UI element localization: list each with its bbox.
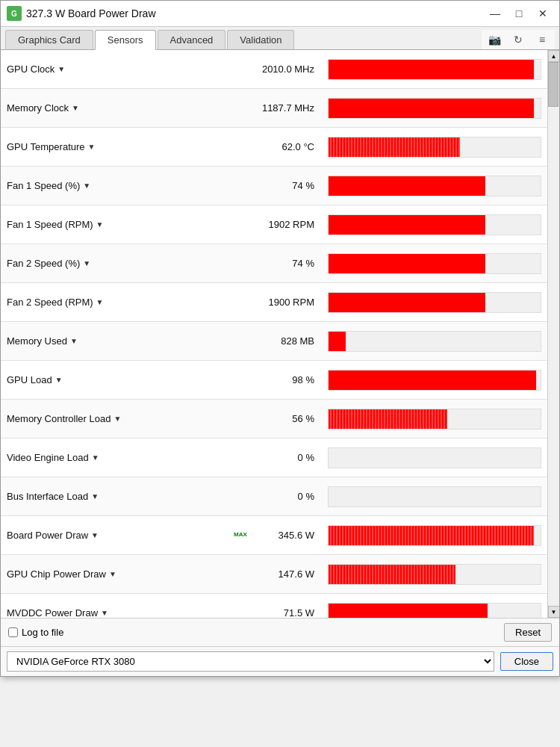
sensor-bar-cell xyxy=(322,132,547,162)
dropdown-arrow-icon[interactable]: ▼ xyxy=(91,492,99,500)
refresh-button[interactable]: ↻ xyxy=(508,31,528,48)
sensor-value: 62.0 °C xyxy=(232,141,322,152)
scroll-down-button[interactable]: ▼ xyxy=(548,606,560,618)
table-row: GPU Temperature ▼ 62.0 °C xyxy=(1,128,547,167)
bar-fill xyxy=(329,371,536,390)
minimize-button[interactable]: — xyxy=(485,5,505,22)
log-to-file-label[interactable]: Log to file xyxy=(8,627,63,638)
dropdown-arrow-icon[interactable]: ▼ xyxy=(96,298,104,306)
window-controls: — □ ✕ xyxy=(485,5,553,22)
bar-background xyxy=(328,176,541,196)
close-button[interactable]: Close xyxy=(500,652,553,671)
window-title: 327.3 W Board Power Draw xyxy=(26,7,485,19)
bar-background xyxy=(328,59,541,80)
sensor-name: GPU Clock xyxy=(7,63,55,75)
menu-button[interactable]: ≡ xyxy=(532,31,552,48)
bar-fill xyxy=(329,293,485,312)
sensor-list-container: GPU Clock ▼ 2010.0 MHz Memory Clock ▼ 11… xyxy=(1,50,559,618)
sensor-value: MAX 345.6 W xyxy=(232,530,322,541)
sensor-name: Video Engine Load xyxy=(7,452,89,463)
log-to-file-checkbox[interactable] xyxy=(8,627,18,637)
table-row: Memory Controller Load ▼ 56 % xyxy=(1,400,547,438)
bar-fill xyxy=(329,565,455,584)
sensor-name: Memory Clock xyxy=(7,102,69,114)
sensor-bar-cell xyxy=(322,521,547,551)
scrollbar[interactable]: ▲ ▼ xyxy=(547,50,559,618)
sensor-bar-cell xyxy=(322,482,547,512)
sensor-bar-cell xyxy=(322,404,547,434)
dropdown-arrow-icon[interactable]: ▼ xyxy=(109,570,116,578)
screenshot-button[interactable]: 📷 xyxy=(485,31,504,48)
table-row: Memory Used ▼ 828 MB xyxy=(1,322,547,361)
sensor-value: 74 % xyxy=(232,180,322,191)
bar-background xyxy=(328,370,541,391)
sensor-bar-cell xyxy=(322,288,547,317)
bar-background xyxy=(328,447,541,468)
sensor-name: GPU Chip Power Draw xyxy=(7,568,106,580)
bar-fill xyxy=(329,254,485,273)
dropdown-arrow-icon[interactable]: ▼ xyxy=(57,65,65,73)
close-window-button[interactable]: ✕ xyxy=(532,5,553,22)
dropdown-arrow-icon[interactable]: ▼ xyxy=(92,453,99,462)
reset-button[interactable]: Reset xyxy=(504,623,552,642)
sensor-name-cell: Fan 1 Speed (%) ▼ xyxy=(1,180,232,191)
scroll-thumb[interactable] xyxy=(548,62,559,107)
bar-background xyxy=(328,292,541,313)
sensor-name-cell: Fan 1 Speed (RPM) ▼ xyxy=(1,219,232,230)
sensor-value: 147.6 W xyxy=(232,568,322,580)
sensor-name: Memory Controller Load xyxy=(7,413,111,424)
table-row: Fan 1 Speed (RPM) ▼ 1902 RPM xyxy=(1,205,547,244)
dropdown-arrow-icon[interactable]: ▼ xyxy=(83,182,90,190)
sensor-value: 828 MB xyxy=(232,335,322,347)
dropdown-arrow-icon[interactable]: ▼ xyxy=(83,259,90,267)
sensor-name-cell: GPU Temperature ▼ xyxy=(1,141,232,152)
table-row: Fan 2 Speed (%) ▼ 74 % xyxy=(1,244,547,283)
dropdown-arrow-icon[interactable]: ▼ xyxy=(113,415,121,423)
dropdown-arrow-icon[interactable]: ▼ xyxy=(55,376,63,384)
dropdown-arrow-icon[interactable]: ▼ xyxy=(101,609,108,617)
sensor-name: Fan 1 Speed (%) xyxy=(7,180,80,191)
bar-background xyxy=(328,603,541,619)
table-row: Bus Interface Load ▼ 0 % xyxy=(1,477,547,516)
dropdown-arrow-icon[interactable]: ▼ xyxy=(91,531,99,539)
bar-fill xyxy=(329,99,534,118)
sensor-bar-cell xyxy=(322,326,547,356)
bar-background xyxy=(328,564,541,585)
sensor-name-cell: GPU Load ▼ xyxy=(1,374,232,385)
table-row: GPU Load ▼ 98 % xyxy=(1,361,547,400)
sensor-bar-cell xyxy=(322,365,547,395)
dropdown-arrow-icon[interactable]: ▼ xyxy=(96,220,104,229)
bar-fill xyxy=(329,409,447,429)
bar-background xyxy=(328,98,541,119)
dropdown-arrow-icon[interactable]: ▼ xyxy=(70,337,78,345)
dropdown-arrow-icon[interactable]: ▼ xyxy=(88,143,96,151)
sensor-value: 71.5 W xyxy=(232,607,322,618)
sensor-name: Memory Used xyxy=(7,335,67,347)
sensor-bar-cell xyxy=(322,93,547,123)
title-bar: G 327.3 W Board Power Draw — □ ✕ xyxy=(1,1,559,27)
scroll-track[interactable] xyxy=(548,62,559,606)
sensor-value: 74 % xyxy=(232,258,322,269)
table-row: GPU Clock ▼ 2010.0 MHz xyxy=(1,50,547,89)
maximize-button[interactable]: □ xyxy=(508,5,529,22)
sensor-name: Fan 2 Speed (%) xyxy=(7,258,80,269)
bar-fill xyxy=(329,137,460,157)
tab-advanced[interactable]: Advanced xyxy=(158,30,226,49)
scroll-up-button[interactable]: ▲ xyxy=(548,50,560,62)
sensor-bar-cell xyxy=(322,55,547,84)
bar-background xyxy=(328,214,541,235)
bar-background xyxy=(328,137,541,158)
sensor-bar-cell xyxy=(322,210,547,240)
sensor-name-cell: Board Power Draw ▼ xyxy=(1,530,232,541)
tab-validation[interactable]: Validation xyxy=(227,30,294,49)
sensor-value: 98 % xyxy=(232,374,322,385)
sensor-name-cell: Memory Used ▼ xyxy=(1,335,232,347)
sensor-name-cell: GPU Clock ▼ xyxy=(1,63,232,75)
bottom-bar: Log to file Reset xyxy=(1,618,559,646)
app-icon: G xyxy=(7,6,22,21)
gpu-select[interactable]: NVIDIA GeForce RTX 3080 xyxy=(7,651,494,672)
bar-background xyxy=(328,253,541,274)
tab-graphics-card[interactable]: Graphics Card xyxy=(5,30,93,49)
tab-sensors[interactable]: Sensors xyxy=(95,30,156,50)
dropdown-arrow-icon[interactable]: ▼ xyxy=(72,104,79,112)
